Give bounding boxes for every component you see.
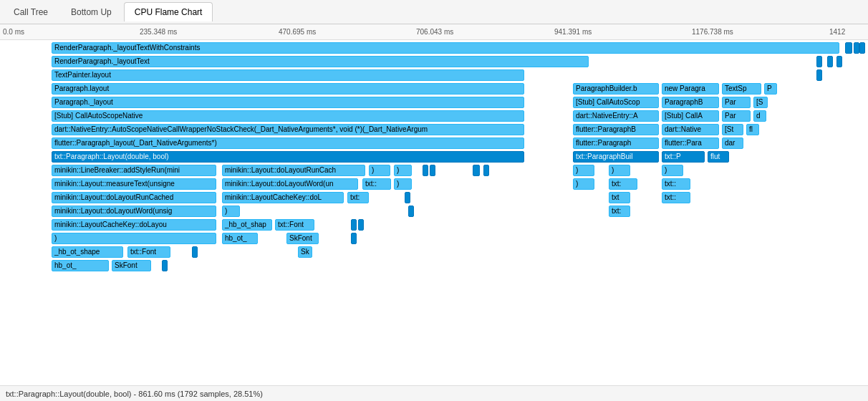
frame-block[interactable]: ) [394,165,412,176]
frame-block[interactable]: ) [662,165,683,176]
frame-block[interactable]: _hb_ot_shape [52,246,123,258]
frame-block[interactable] [162,260,168,271]
frame-block[interactable] [816,56,822,67]
frame-block[interactable] [405,192,410,203]
frame-block[interactable]: minikin::LayoutCacheKey::doL [222,192,344,203]
frame-block[interactable]: ) [573,165,594,176]
frame-block[interactable]: txt: [609,206,630,217]
frame-block[interactable] [836,56,842,67]
frame-block[interactable]: txt::Font [275,219,314,231]
frame-block[interactable]: _hb_ot_shap [222,219,272,231]
frame-block[interactable]: P [764,83,777,95]
frame-block[interactable]: flutter::Paragraph_layout(_Dart_NativeAr… [52,137,524,149]
frame-block[interactable]: RenderParagraph._layoutTextWithConstrain… [52,42,839,54]
frame-block[interactable]: ) [394,178,412,190]
frame-block[interactable]: [Stub] CallAutoScopeNative [52,110,524,122]
frame-block[interactable]: fl [746,124,759,135]
frame-block[interactable]: hb_ot_ [52,260,109,271]
frame-block[interactable]: flutter::Paragraph [573,137,659,149]
frame-block[interactable]: minikin::Layout::doLayoutWord(unsig [52,206,216,217]
frame-block[interactable]: minikin::LayoutCacheKey::doLayou [52,219,216,231]
frame-block[interactable] [859,42,865,54]
frame-block[interactable]: [Stub] CallA [662,110,719,122]
flame-row: minikin::Layout::doLayoutWord(unsig)txt: [0,205,868,218]
frame-block[interactable]: ) [609,165,630,176]
frame-block[interactable]: txt: [347,192,369,203]
frame-block[interactable]: Sk [298,246,312,258]
frame-block[interactable]: [S [753,97,768,108]
frame-block[interactable]: Par [722,110,751,122]
frame-block[interactable] [816,69,822,81]
flame-row: flutter::Paragraph_layout(_Dart_NativeAr… [0,137,868,150]
frame-block[interactable]: flut [708,151,729,163]
frame-block[interactable]: txt::Paragraph::Layout(double, bool) [52,151,524,163]
frame-block[interactable]: SkFont [112,260,151,271]
frame-block[interactable]: new Paragra [662,83,719,95]
frame-block[interactable] [408,206,414,217]
ruler-tick: 941.391 ms [554,28,592,36]
frame-block[interactable]: ParagraphBuilder.b [573,83,659,95]
frame-block[interactable] [483,165,489,176]
flame-chart-container: RenderParagraph._layoutTextWithConstrain… [0,40,868,401]
ruler-tick: 706.043 ms [416,28,453,36]
tab-cpu-flame-chart[interactable]: CPU Flame Chart [124,2,213,21]
flame-row: [Stub] CallAutoScopeNativedart::NativeEn… [0,110,868,122]
flame-row: Paragraph._layout[Stub] CallAutoScopPara… [0,96,868,109]
frame-block[interactable]: flutter::Para [662,137,719,149]
frame-block[interactable]: hb_ot_ [222,233,258,244]
frame-block[interactable]: [St [722,124,743,135]
ruler-tick: 470.695 ms [279,28,316,36]
frame-block[interactable]: txt:: [662,178,690,190]
frame-block[interactable]: ) [369,165,390,176]
flame-row: RenderParagraph._layoutText [0,55,868,68]
frame-block[interactable]: ParagraphB [662,97,719,108]
frame-block[interactable]: minikin::LineBreaker::addStyleRun(mini [52,165,216,176]
frame-block[interactable]: txt:: [362,178,391,190]
frame-block[interactable]: dart::Native [662,124,719,135]
frame-block[interactable]: txt:: [662,192,690,203]
frame-block[interactable] [423,165,428,176]
tab-bottom-up[interactable]: Bottom Up [60,2,122,21]
frame-block[interactable]: TextSp [722,83,761,95]
timeline-ruler: 0.0 ms235.348 ms470.695 ms706.043 ms941.… [0,24,868,40]
frame-block[interactable] [351,219,357,231]
tab-call-tree[interactable]: Call Tree [3,2,59,21]
flame-row: txt::Paragraph::Layout(double, bool)txt:… [0,150,868,163]
frame-block[interactable]: txt [609,192,630,203]
frame-block[interactable]: d [753,110,766,122]
frame-block[interactable] [827,56,833,67]
frame-block[interactable]: [Stub] CallAutoScop [573,97,659,108]
frame-block[interactable]: ) [52,233,216,244]
frame-block[interactable]: minikin::Layout::doLayoutWord(un [222,178,358,190]
frame-block[interactable]: TextPainter.layout [52,69,524,81]
frame-block[interactable]: txt: [609,178,637,190]
frame-block[interactable]: Paragraph._layout [52,97,524,108]
frame-block[interactable] [473,165,480,176]
frame-block[interactable] [358,219,364,231]
frame-block[interactable]: dar [722,137,743,149]
frame-block[interactable]: txt::P [662,151,705,163]
frame-block[interactable]: SkFont [286,233,319,244]
frame-block[interactable] [192,246,198,258]
frame-block[interactable]: dart::NativeEntry::AutoScopeNativeCallWr… [52,124,524,135]
frame-block[interactable]: minikin::Layout::measureText(unsigne [52,178,216,190]
ruler-tick: 0.0 ms [3,28,24,36]
frame-block[interactable] [854,42,859,54]
frame-block[interactable]: txt::ParagraphBuil [573,151,659,163]
frame-block[interactable]: minikin::Layout::doLayoutRunCach [222,165,365,176]
frame-block[interactable]: dart::NativeEntry::A [573,110,659,122]
frame-block[interactable]: minikin::Layout::doLayoutRunCached [52,192,216,203]
flame-row: minikin::Layout::measureText(unsignemini… [0,178,868,190]
frame-block[interactable]: Paragraph.layout [52,83,524,95]
flame-row: minikin::LineBreaker::addStyleRun(minimi… [0,164,868,177]
frame-block[interactable]: flutter::ParagraphB [573,124,659,135]
frame-block[interactable]: ) [222,206,240,217]
frame-block[interactable]: RenderParagraph._layoutText [52,56,589,67]
frame-block[interactable] [351,233,357,244]
frame-block[interactable] [430,165,435,176]
frame-block[interactable]: txt::Font [127,246,170,258]
frame-block[interactable]: ) [573,178,594,190]
frame-block[interactable] [845,42,852,54]
frame-block[interactable]: Par [722,97,751,108]
ruler-tick: 1412 [829,28,845,36]
